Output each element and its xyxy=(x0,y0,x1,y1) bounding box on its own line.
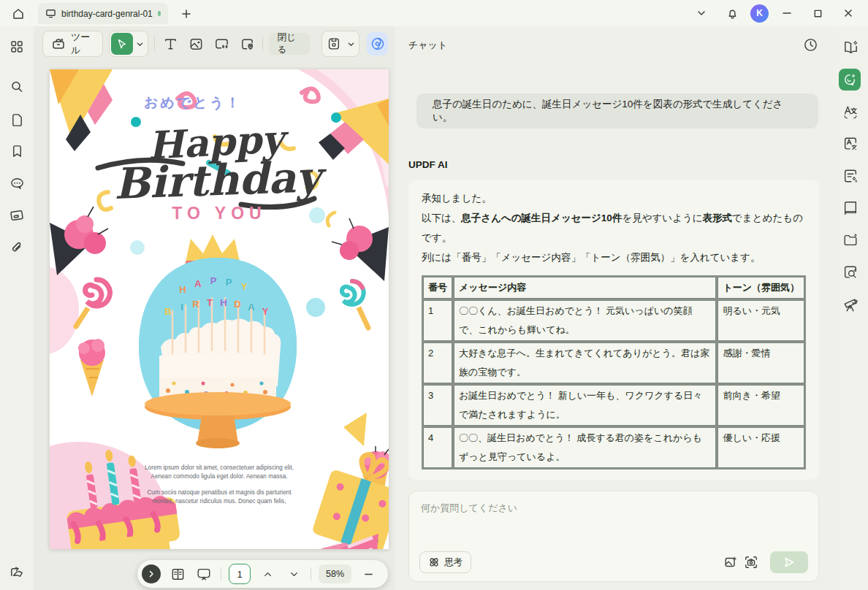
panel-toggle-button[interactable] xyxy=(8,38,26,55)
berry-cone-left xyxy=(50,207,108,275)
ai-assistant-button[interactable] xyxy=(367,32,388,55)
save-split[interactable] xyxy=(321,31,359,57)
cell-number: 4 xyxy=(423,427,452,468)
tab-title: birthday-card-genral-01 xyxy=(61,9,153,19)
search-sparkle-icon xyxy=(842,264,859,280)
zoom-level[interactable]: 58% xyxy=(319,564,351,583)
maximize-button[interactable] xyxy=(805,3,830,23)
home-button[interactable] xyxy=(9,5,28,23)
notifications-button[interactable] xyxy=(720,3,745,23)
table-row: 3 お誕生日おめでとう！ 新しい一年も、ワクワクする日々で満たされますように。 … xyxy=(423,385,804,426)
chat-input-area[interactable]: 何か質問してください 思考 xyxy=(408,491,819,582)
document-tab[interactable]: birthday-card-genral-01 xyxy=(38,3,168,24)
send-button[interactable] xyxy=(770,551,808,573)
close-tools-label: 閉じる xyxy=(277,31,302,56)
text-icon xyxy=(163,37,178,52)
location-tool-button[interactable] xyxy=(237,32,257,55)
svg-text:A: A xyxy=(248,302,255,313)
new-tab-button[interactable] xyxy=(178,6,194,22)
page-number-input[interactable]: 1 xyxy=(229,564,251,584)
select-tool-dropdown[interactable] xyxy=(133,40,146,48)
confetti-dot xyxy=(309,207,325,223)
cursor-icon xyxy=(115,37,129,50)
toolbar-divider xyxy=(154,37,155,51)
select-tool-split[interactable] xyxy=(109,31,148,57)
ai-files-button[interactable] xyxy=(841,231,860,250)
avatar[interactable]: K xyxy=(750,4,769,23)
ai-read-button[interactable] xyxy=(841,38,860,57)
select-tool-button[interactable] xyxy=(111,33,133,55)
window-menu-button[interactable] xyxy=(689,3,714,23)
lollipop-right xyxy=(336,277,368,328)
confetti-dot xyxy=(131,117,141,127)
sidebar-item-bookmarks[interactable] xyxy=(8,142,26,160)
svg-text:H: H xyxy=(179,284,186,295)
reader-view-button[interactable] xyxy=(168,564,187,583)
link-tool-button[interactable] xyxy=(212,32,232,55)
translate-page-icon xyxy=(842,136,859,152)
save-button[interactable] xyxy=(324,32,344,55)
presentation-button[interactable] xyxy=(194,564,213,583)
ai-search-button[interactable] xyxy=(841,263,860,282)
ai-chat-button[interactable] xyxy=(839,69,861,91)
ai-text-bold: 息子さんへの誕生日メッセージ10件 xyxy=(461,212,622,223)
bookmark-icon xyxy=(10,145,24,158)
previous-page-button[interactable] xyxy=(258,564,277,583)
ai-response-line3: 列には「番号」「メッセージ内容」「トーン（雰囲気）」を入れています。 xyxy=(422,248,806,267)
image-icon xyxy=(189,37,204,52)
pdf-page[interactable]: おめでとう！ Happy Birthday TO YOU xyxy=(50,69,389,549)
note-sparkle-icon xyxy=(842,168,859,184)
translate-button[interactable] xyxy=(841,102,860,121)
card-subtitle: TO YOU xyxy=(172,204,266,223)
sidebar-item-thumbnails[interactable] xyxy=(8,111,26,129)
toolbar-divider xyxy=(262,37,263,51)
comment-icon xyxy=(9,176,25,191)
ai-summary-button[interactable] xyxy=(841,166,860,185)
cell-tone: 明るい・元気 xyxy=(717,300,804,341)
svg-text:P: P xyxy=(210,275,217,286)
image-tool-button[interactable] xyxy=(186,32,206,55)
chat-input[interactable]: 何か質問してください xyxy=(421,502,807,515)
bell-icon xyxy=(726,7,739,20)
toolbar: ツール xyxy=(34,26,395,61)
reading-mode-button[interactable] xyxy=(841,199,860,218)
cone-decoration xyxy=(343,413,367,446)
berry-cone-right xyxy=(332,218,389,281)
insert-image-button[interactable] xyxy=(720,552,741,572)
svg-text:R: R xyxy=(192,299,199,310)
svg-text:Y: Y xyxy=(262,306,269,317)
svg-text:A: A xyxy=(194,278,202,289)
sidebar-item-search[interactable] xyxy=(8,78,26,96)
expand-statusbar-button[interactable] xyxy=(142,564,161,583)
save-icon xyxy=(327,37,341,51)
book-icon xyxy=(842,200,859,216)
thinking-label: 思考 xyxy=(444,556,462,569)
message-table: 番号 メッセージ内容 トーン（雰囲気） 1 〇〇くん、お誕生日おめでとう！ 元気… xyxy=(422,275,806,470)
zoom-out-button[interactable] xyxy=(359,564,378,583)
tools-button[interactable]: ツール xyxy=(42,31,103,57)
text-tool-button[interactable] xyxy=(161,32,180,55)
table-row: 1 〇〇くん、お誕生日おめでとう！ 元気いっぱいの笑顔で、これからも輝いてね。 … xyxy=(423,300,804,341)
minimize-button[interactable] xyxy=(774,3,799,23)
translate-page-button[interactable] xyxy=(841,134,860,153)
sidebar-item-stamps[interactable] xyxy=(8,207,26,224)
screenshot-button[interactable] xyxy=(741,552,761,572)
next-page-button[interactable] xyxy=(284,564,303,583)
thinking-mode-button[interactable]: 思考 xyxy=(419,551,471,573)
confetti-dot xyxy=(306,298,325,317)
svg-text:D: D xyxy=(234,299,240,310)
sidebar-item-attachments[interactable] xyxy=(8,239,26,256)
unsaved-dot xyxy=(158,11,161,16)
explore-button[interactable] xyxy=(841,295,860,314)
cell-message: 大好きな息子へ。生まれてきてくれてありがとう。君は家族の宝物です。 xyxy=(454,342,716,383)
cell-tone: 感謝・愛情 xyxy=(717,342,804,383)
chevron-down-icon xyxy=(136,40,144,48)
chat-history-button[interactable] xyxy=(801,35,820,54)
ai-response-line1: 承知しました。 xyxy=(422,188,806,208)
page-handling-button[interactable] xyxy=(8,564,26,581)
sidebar-item-comments[interactable] xyxy=(8,175,26,192)
close-window-button[interactable] xyxy=(836,3,861,23)
cell-message: お誕生日おめでとう！ 新しい一年も、ワクワクする日々で満たされますように。 xyxy=(454,385,716,426)
save-dropdown[interactable] xyxy=(344,40,357,48)
close-tools-button[interactable]: 閉じる xyxy=(269,33,310,55)
